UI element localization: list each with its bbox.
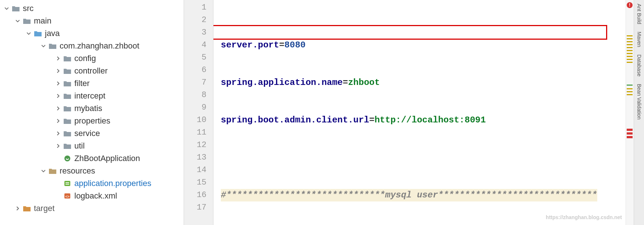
tool-database[interactable]: Database — [636, 54, 642, 76]
editor-pane: 1 2 3 4 5 6 7 8 9 10 11 12 13 14 15 16 1… — [184, 0, 634, 225]
warning-mark[interactable] — [627, 88, 633, 89]
spacer — [54, 155, 62, 162]
tree-label: resources — [60, 166, 95, 176]
prop-key: spring.boot.admin.client.url — [221, 114, 369, 126]
tree-item-intercept[interactable]: intercept — [3, 90, 184, 102]
error-icon[interactable]: ! — [627, 2, 633, 8]
line-number: 11 — [184, 126, 206, 139]
line-number: 17 — [184, 201, 206, 214]
tree-item-java[interactable]: java — [3, 27, 184, 40]
code-line[interactable] — [221, 151, 626, 164]
equals: = — [343, 76, 348, 89]
line-number: 13 — [184, 151, 206, 164]
tool-ant[interactable]: Ant Build — [636, 4, 642, 24]
error-stripe[interactable]: ! — [626, 0, 634, 225]
warning-mark[interactable] — [627, 59, 633, 60]
line-number: 6 — [184, 64, 206, 76]
highlight-box — [213, 25, 607, 40]
warning-mark[interactable] — [627, 62, 633, 63]
tree-item-src[interactable]: src — [3, 2, 184, 15]
warning-mark[interactable] — [627, 38, 633, 39]
tree-item-controller[interactable]: controller — [3, 65, 184, 77]
chevron-right-icon — [54, 67, 62, 75]
package-icon — [63, 104, 71, 113]
tree-label: com.zhanghan.zhboot — [60, 41, 139, 51]
tree-label: application.properties — [74, 179, 151, 188]
code-line[interactable]: #******************************mysql use… — [221, 189, 626, 201]
line-number: 3 — [184, 26, 206, 39]
warning-mark[interactable] — [627, 94, 633, 95]
tree-label: main — [34, 16, 52, 26]
spacer — [54, 180, 62, 187]
error-mark[interactable] — [627, 132, 633, 135]
code-line[interactable]: server.port=8080 — [221, 39, 626, 51]
error-mark[interactable] — [627, 129, 633, 131]
watermark: https://zhanghan.blog.csdn.net — [546, 211, 622, 224]
svg-point-0 — [64, 156, 70, 161]
line-number: 16 — [184, 189, 206, 201]
tree-item-resources[interactable]: resources — [3, 165, 184, 177]
equals: = — [279, 39, 284, 51]
equals: = — [369, 114, 374, 126]
line-number-gutter: 1 2 3 4 5 6 7 8 9 10 11 12 13 14 15 16 1… — [184, 0, 213, 225]
package-icon — [63, 129, 71, 138]
project-tree[interactable]: src main java com.zhanghan.zhboot config… — [0, 0, 184, 225]
warning-mark[interactable] — [627, 44, 633, 45]
chevron-right-icon — [54, 80, 62, 87]
tool-maven[interactable]: Maven — [636, 32, 642, 47]
warning-mark[interactable] — [627, 53, 633, 54]
tree-item-target[interactable]: target — [3, 202, 184, 215]
tree-item-config[interactable]: config — [3, 52, 184, 65]
warning-mark[interactable] — [627, 91, 633, 92]
tree-item-app-class[interactable]: ZhBootApplication — [3, 152, 184, 165]
tree-item-application-properties[interactable]: application.properties — [3, 177, 184, 190]
line-number: 8 — [184, 89, 206, 101]
warning-mark[interactable] — [627, 47, 633, 48]
prop-value: zhboot — [348, 76, 380, 89]
warning-mark[interactable] — [627, 56, 633, 57]
chevron-right-icon — [54, 117, 62, 125]
resources-folder-icon — [49, 167, 57, 175]
folder-icon — [23, 204, 31, 213]
warning-mark[interactable] — [627, 41, 633, 42]
line-number: 1 — [184, 1, 206, 14]
code-line[interactable]: spring.application.name=zhboot — [221, 76, 626, 89]
tree-item-logback[interactable]: <> logback.xml — [3, 190, 184, 202]
line-number: 9 — [184, 101, 206, 114]
line-number: 2 — [184, 14, 206, 26]
package-icon — [63, 92, 71, 100]
line-number: 15 — [184, 176, 206, 189]
tree-item-filter[interactable]: filter — [3, 77, 184, 90]
tree-item-util[interactable]: util — [3, 140, 184, 152]
package-icon — [63, 142, 71, 150]
prop-value: 8080 — [284, 39, 306, 51]
ok-mark[interactable] — [627, 85, 633, 86]
tree-label: java — [45, 29, 60, 38]
warning-mark[interactable] — [627, 35, 633, 36]
tree-label: service — [74, 129, 100, 138]
tool-bean-validation[interactable]: Bean Validation — [636, 84, 642, 119]
prop-key: spring.application.name — [221, 76, 343, 89]
package-icon — [63, 54, 71, 63]
xml-file-icon: <> — [63, 192, 71, 200]
class-icon — [63, 154, 71, 162]
tree-label: config — [74, 54, 96, 63]
tree-item-main[interactable]: main — [3, 15, 184, 27]
tree-item-properties[interactable]: properties — [3, 115, 184, 127]
line-number: 5 — [184, 51, 206, 64]
comment: #******************************mysql use… — [221, 189, 597, 201]
spacer — [54, 192, 62, 200]
tree-label: mybatis — [74, 104, 102, 113]
line-number: 10 — [184, 114, 206, 126]
line-number: 4 — [184, 39, 206, 51]
error-mark[interactable] — [627, 136, 633, 138]
tree-label: filter — [74, 79, 90, 88]
tree-item-package[interactable]: com.zhanghan.zhboot — [3, 40, 184, 52]
code-editor[interactable]: server.port=8080 spring.application.name… — [213, 0, 626, 225]
prop-value: http://localhost:8091 — [375, 114, 486, 126]
chevron-down-icon — [3, 5, 10, 12]
tree-item-mybatis[interactable]: mybatis — [3, 102, 184, 115]
warning-mark[interactable] — [627, 50, 633, 51]
code-line[interactable]: spring.boot.admin.client.url=http://loca… — [221, 114, 626, 126]
tree-item-service[interactable]: service — [3, 127, 184, 140]
